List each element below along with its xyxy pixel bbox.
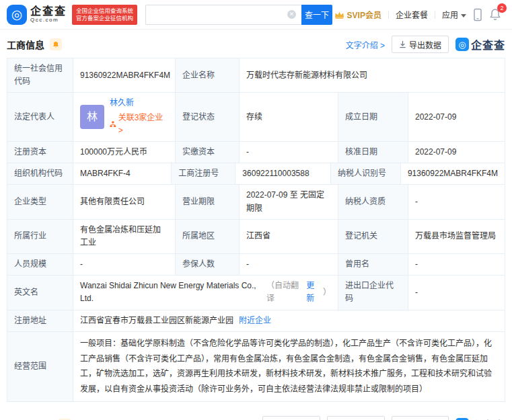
qcc-watermark-text: 企查查 [471, 36, 505, 52]
label-business-scope: 经营范围 [7, 332, 73, 401]
value-business-term: 2022-07-09 至 无固定期限 [240, 185, 338, 218]
label-business-term: 营业期限 [176, 185, 240, 218]
label-english-name: 英文名 [7, 276, 73, 309]
value-reg-address: 江西省宜春市万载县工业园区新能源产业园 附近企业 [73, 310, 505, 331]
label-former-name: 曾用名 [338, 254, 408, 275]
value-establish-date: 2022-07-09 [408, 93, 505, 141]
export-data-label: 导出数据 [409, 39, 441, 50]
credential-badge-line2: 官方备案企业征信机构 [76, 15, 133, 22]
auto-translate-note: （自动翻译 [266, 280, 305, 305]
legal-rep-name-link[interactable]: 林久新 [110, 97, 168, 110]
label-reg-authority: 登记机关 [338, 220, 408, 253]
label-reg-number: 工商注册号 [172, 163, 235, 184]
value-reg-status: 存续 [240, 93, 338, 141]
value-paid-capital: - [240, 142, 338, 163]
value-import-export-code: - [408, 276, 505, 309]
related-companies-link[interactable]: 关联3家企业 > [110, 112, 168, 137]
reg-address-text: 江西省宜春市万载县工业园区新能源产业园 [80, 314, 233, 327]
apps-label: 应用 [442, 11, 458, 20]
value-org-code: MABR4FKF-4 [73, 163, 172, 184]
value-industry: 有色金属冶炼和压延加工业 [73, 220, 176, 253]
label-reg-address: 注册地址 [7, 310, 73, 331]
nearby-companies-link[interactable]: 附近企业 [239, 314, 271, 327]
table-row: 英文名 Wanzai Shidai Zhicun New Energy Mate… [7, 276, 505, 310]
value-taxpayer-id: 91360922MABR4FKF4M [401, 163, 505, 184]
value-region: 江西省 [240, 220, 338, 253]
table-row: 法定代表人 林 林久新 关联3家企业 > 登记状态 存续 成立日期 2022-0… [7, 93, 505, 142]
label-establish-date: 成立日期 [338, 93, 408, 141]
label-legal-rep: 法定代表人 [7, 93, 73, 141]
value-former-name: - [408, 254, 505, 275]
export-data-button[interactable]: 导出数据 [392, 416, 449, 420]
qcc-watermark-icon: ◎ [455, 38, 469, 51]
business-scope-text: 一般项目：基础化学原料制造（不含危险化学品等许可类化学品的制造），化工产品生产（… [80, 336, 498, 397]
value-english-name: Wanzai Shidai Zhicun New Energy Material… [73, 276, 338, 309]
value-insured-count: - [240, 254, 338, 275]
download-icon [399, 40, 406, 48]
qcc-logo[interactable]: ◎ 企查查 Qcc.com [7, 5, 67, 25]
search-bar: ✕ 查一下 [145, 5, 332, 25]
legal-rep-avatar[interactable]: 林 [80, 105, 104, 129]
label-staff-size: 人员规模 [7, 254, 73, 275]
value-staff-size: - [73, 254, 176, 275]
org-chart-icon [110, 121, 116, 128]
related-companies-label: 关联3家企业 > [118, 112, 168, 137]
search-input[interactable] [145, 5, 301, 25]
logo-domain: Qcc.com [30, 17, 67, 23]
logo-title: 企查查 [30, 6, 67, 17]
label-paid-capital: 实缴资本 [176, 142, 240, 163]
value-reg-number: 360922110003588 [235, 163, 331, 184]
label-approval-date: 核准日期 [338, 142, 408, 163]
label-taxpayer-id: 纳税人识别号 [331, 163, 401, 184]
text-intro-link[interactable]: 文字介绍 > [346, 39, 385, 50]
top-navigation-bar: ◎ 企查查 Qcc.com 全国企业信用查询系统 官方备案企业征信机构 ✕ 查一… [0, 0, 512, 30]
top-nav-links: SVIP会员 企业套餐 应用 2 [334, 8, 505, 22]
enterprise-plan-link[interactable]: 企业套餐 [396, 9, 428, 20]
mobile-app-icon[interactable] [473, 8, 482, 22]
clear-search-icon[interactable]: ✕ [287, 10, 296, 19]
value-reg-authority: 万载县市场监督管理局 [408, 220, 505, 253]
label-company-type: 企业类型 [7, 185, 73, 218]
value-business-scope: 一般项目：基础化学原料制造（不含危险化学品等许可类化学品的制造），化工产品生产（… [73, 332, 505, 401]
value-reg-capital: 100000万元人民币 [73, 142, 176, 163]
label-taxpayer-qualification: 纳税人资质 [338, 185, 408, 218]
table-row: 统一社会信用代码 91360922MABR4FKF4M 企业名称 万载时代志存新… [7, 58, 505, 93]
update-translation-link[interactable]: 更新 [306, 280, 322, 305]
qcc-watermark-text: 企查查 [471, 417, 505, 420]
notification-count-badge: 2 [497, 3, 507, 13]
label-reg-status: 登记状态 [176, 93, 240, 141]
label-credit-code: 统一社会信用代码 [7, 58, 73, 92]
label-region: 所属地区 [176, 220, 240, 253]
chevron-down-icon [461, 14, 466, 17]
table-row: 注册资本 100000万元人民币 实缴资本 - 核准日期 2022-07-09 [7, 142, 505, 163]
monitor-bell-icon[interactable] [50, 38, 62, 50]
export-data-button[interactable]: 导出数据 [392, 36, 449, 53]
divider [435, 11, 435, 19]
english-name-text: Wanzai Shidai Zhicun New Energy Material… [80, 280, 262, 305]
business-info-table: 统一社会信用代码 91360922MABR4FKF4M 企业名称 万载时代志存新… [7, 58, 505, 402]
notifications-bell[interactable]: 2 [489, 8, 501, 21]
search-button[interactable]: 查一下 [301, 5, 332, 25]
label-industry: 所属行业 [7, 220, 73, 253]
business-info-header: 工商信息 文字介绍 > 导出数据 ◎ 企查查 [0, 30, 512, 58]
subscribed-amount-dropdown[interactable]: 认缴金额 [262, 416, 320, 420]
shareholding-ratio-dropdown[interactable]: 持股比例 [327, 416, 385, 420]
svip-label: SVIP会员 [347, 9, 381, 20]
value-company-type: 其他有限责任公司 [73, 185, 176, 218]
apps-menu[interactable]: 应用 [442, 9, 466, 20]
table-row: 人员规模 - 参保人数 - 曾用名 - [7, 254, 505, 276]
label-insured-count: 参保人数 [176, 254, 240, 275]
qcc-watermark: ◎ 企查查 [455, 417, 505, 420]
value-credit-code: 91360922MABR4FKF4M [73, 58, 176, 92]
value-taxpayer-qualification: - [408, 185, 505, 218]
value-approval-date: 2022-07-09 [408, 142, 505, 163]
table-row: 经营范围 一般项目：基础化学原料制造（不含危险化学品等许可类化学品的制造），化工… [7, 332, 505, 402]
divider [388, 11, 389, 19]
svip-member-link[interactable]: SVIP会员 [334, 9, 381, 20]
credential-badge: 全国企业信用查询系统 官方备案企业征信机构 [72, 5, 137, 25]
value-legal-rep: 林 林久新 关联3家企业 > [73, 93, 176, 141]
business-info-title: 工商信息 [7, 38, 44, 51]
label-reg-capital: 注册资本 [7, 142, 73, 163]
qcc-logo-icon: ◎ [7, 5, 27, 25]
crown-icon [334, 11, 344, 19]
